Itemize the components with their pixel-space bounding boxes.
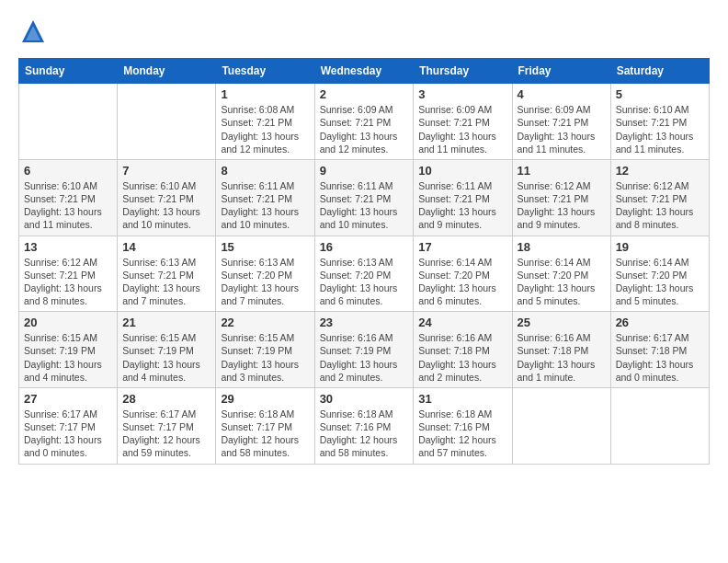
- calendar-week-row: 20Sunrise: 6:15 AM Sunset: 7:19 PM Dayli…: [19, 312, 710, 388]
- day-number: 4: [518, 87, 606, 101]
- day-number: 30: [320, 392, 409, 406]
- calendar-cell: 1Sunrise: 6:08 AM Sunset: 7:21 PM Daylig…: [216, 84, 314, 160]
- calendar-cell: 30Sunrise: 6:18 AM Sunset: 7:16 PM Dayli…: [314, 387, 414, 464]
- calendar: SundayMondayTuesdayWednesdayThursdayFrid…: [18, 58, 710, 464]
- calendar-cell: 3Sunrise: 6:09 AM Sunset: 7:21 PM Daylig…: [414, 84, 512, 160]
- calendar-cell: 6Sunrise: 6:10 AM Sunset: 7:21 PM Daylig…: [19, 159, 118, 236]
- calendar-cell: 7Sunrise: 6:10 AM Sunset: 7:21 PM Daylig…: [118, 159, 216, 236]
- calendar-header-sunday: Sunday: [19, 59, 118, 84]
- day-number: 8: [221, 164, 309, 178]
- calendar-header-friday: Friday: [512, 59, 610, 84]
- calendar-week-row: 1Sunrise: 6:08 AM Sunset: 7:21 PM Daylig…: [19, 84, 710, 160]
- day-number: 21: [122, 316, 210, 329]
- day-info: Sunrise: 6:12 AM Sunset: 7:21 PM Dayligh…: [616, 179, 704, 232]
- calendar-week-row: 6Sunrise: 6:10 AM Sunset: 7:21 PM Daylig…: [19, 159, 710, 236]
- calendar-cell: 26Sunrise: 6:17 AM Sunset: 7:18 PM Dayli…: [610, 312, 709, 388]
- day-number: 6: [24, 164, 112, 178]
- day-info: Sunrise: 6:15 AM Sunset: 7:19 PM Dayligh…: [24, 331, 112, 384]
- day-number: 11: [518, 164, 606, 178]
- day-number: 25: [518, 316, 606, 329]
- day-info: Sunrise: 6:17 AM Sunset: 7:17 PM Dayligh…: [24, 408, 112, 460]
- calendar-cell: [19, 84, 118, 160]
- calendar-cell: 9Sunrise: 6:11 AM Sunset: 7:21 PM Daylig…: [314, 159, 414, 236]
- day-number: 10: [418, 164, 506, 178]
- day-number: 27: [24, 392, 112, 406]
- day-info: Sunrise: 6:09 AM Sunset: 7:21 PM Dayligh…: [320, 103, 409, 155]
- calendar-cell: 4Sunrise: 6:09 AM Sunset: 7:21 PM Daylig…: [512, 84, 610, 160]
- day-info: Sunrise: 6:18 AM Sunset: 7:16 PM Dayligh…: [320, 408, 409, 460]
- day-number: 24: [418, 316, 506, 329]
- calendar-cell: 25Sunrise: 6:16 AM Sunset: 7:18 PM Dayli…: [512, 312, 610, 388]
- day-info: Sunrise: 6:18 AM Sunset: 7:17 PM Dayligh…: [221, 408, 309, 460]
- calendar-cell: [512, 387, 610, 464]
- calendar-header-tuesday: Tuesday: [216, 59, 314, 84]
- calendar-week-row: 13Sunrise: 6:12 AM Sunset: 7:21 PM Dayli…: [19, 236, 710, 312]
- calendar-cell: 17Sunrise: 6:14 AM Sunset: 7:20 PM Dayli…: [414, 236, 512, 312]
- day-info: Sunrise: 6:12 AM Sunset: 7:21 PM Dayligh…: [518, 179, 606, 232]
- calendar-cell: 29Sunrise: 6:18 AM Sunset: 7:17 PM Dayli…: [216, 387, 314, 464]
- day-number: 13: [24, 240, 112, 254]
- day-info: Sunrise: 6:13 AM Sunset: 7:21 PM Dayligh…: [122, 256, 210, 308]
- day-number: 22: [221, 316, 309, 329]
- day-number: 31: [418, 392, 506, 406]
- calendar-cell: 16Sunrise: 6:13 AM Sunset: 7:20 PM Dayli…: [314, 236, 414, 312]
- day-info: Sunrise: 6:13 AM Sunset: 7:20 PM Dayligh…: [221, 256, 309, 308]
- day-info: Sunrise: 6:09 AM Sunset: 7:21 PM Dayligh…: [518, 103, 606, 155]
- day-info: Sunrise: 6:17 AM Sunset: 7:18 PM Dayligh…: [616, 331, 704, 384]
- logo-icon: [20, 18, 46, 44]
- day-info: Sunrise: 6:14 AM Sunset: 7:20 PM Dayligh…: [616, 256, 704, 308]
- day-info: Sunrise: 6:15 AM Sunset: 7:19 PM Dayligh…: [221, 331, 309, 384]
- day-number: 26: [616, 316, 704, 329]
- calendar-cell: 13Sunrise: 6:12 AM Sunset: 7:21 PM Dayli…: [19, 236, 118, 312]
- day-number: 12: [616, 164, 704, 178]
- calendar-cell: 14Sunrise: 6:13 AM Sunset: 7:21 PM Dayli…: [118, 236, 216, 312]
- day-info: Sunrise: 6:11 AM Sunset: 7:21 PM Dayligh…: [418, 179, 506, 232]
- day-info: Sunrise: 6:18 AM Sunset: 7:16 PM Dayligh…: [418, 408, 506, 460]
- day-info: Sunrise: 6:16 AM Sunset: 7:18 PM Dayligh…: [518, 331, 606, 384]
- calendar-cell: 11Sunrise: 6:12 AM Sunset: 7:21 PM Dayli…: [512, 159, 610, 236]
- calendar-cell: 22Sunrise: 6:15 AM Sunset: 7:19 PM Dayli…: [216, 312, 314, 388]
- day-number: 14: [122, 240, 210, 254]
- day-info: Sunrise: 6:09 AM Sunset: 7:21 PM Dayligh…: [418, 103, 506, 155]
- day-number: 23: [320, 316, 409, 329]
- calendar-cell: 8Sunrise: 6:11 AM Sunset: 7:21 PM Daylig…: [216, 159, 314, 236]
- day-number: 29: [221, 392, 309, 406]
- calendar-header-saturday: Saturday: [610, 59, 709, 84]
- day-number: 19: [616, 240, 704, 254]
- day-info: Sunrise: 6:17 AM Sunset: 7:17 PM Dayligh…: [122, 408, 210, 460]
- calendar-cell: 27Sunrise: 6:17 AM Sunset: 7:17 PM Dayli…: [19, 387, 118, 464]
- day-number: 9: [320, 164, 409, 178]
- calendar-cell: 15Sunrise: 6:13 AM Sunset: 7:20 PM Dayli…: [216, 236, 314, 312]
- day-number: 17: [418, 240, 506, 254]
- calendar-cell: 18Sunrise: 6:14 AM Sunset: 7:20 PM Dayli…: [512, 236, 610, 312]
- day-number: 20: [24, 316, 112, 329]
- calendar-cell: 10Sunrise: 6:11 AM Sunset: 7:21 PM Dayli…: [414, 159, 512, 236]
- day-info: Sunrise: 6:12 AM Sunset: 7:21 PM Dayligh…: [24, 256, 112, 308]
- calendar-cell: [118, 84, 216, 160]
- day-number: 18: [518, 240, 606, 254]
- logo: [18, 18, 46, 49]
- calendar-cell: 28Sunrise: 6:17 AM Sunset: 7:17 PM Dayli…: [118, 387, 216, 464]
- day-number: 28: [122, 392, 210, 406]
- day-number: 7: [122, 164, 210, 178]
- calendar-header-monday: Monday: [118, 59, 216, 84]
- calendar-week-row: 27Sunrise: 6:17 AM Sunset: 7:17 PM Dayli…: [19, 387, 710, 464]
- calendar-cell: 2Sunrise: 6:09 AM Sunset: 7:21 PM Daylig…: [314, 84, 414, 160]
- day-number: 15: [221, 240, 309, 254]
- day-info: Sunrise: 6:10 AM Sunset: 7:21 PM Dayligh…: [122, 179, 210, 232]
- calendar-cell: 23Sunrise: 6:16 AM Sunset: 7:19 PM Dayli…: [314, 312, 414, 388]
- day-number: 1: [221, 87, 309, 101]
- logo-text: [18, 18, 46, 49]
- day-info: Sunrise: 6:11 AM Sunset: 7:21 PM Dayligh…: [320, 179, 409, 232]
- day-number: 16: [320, 240, 409, 254]
- day-info: Sunrise: 6:14 AM Sunset: 7:20 PM Dayligh…: [418, 256, 506, 308]
- calendar-cell: 20Sunrise: 6:15 AM Sunset: 7:19 PM Dayli…: [19, 312, 118, 388]
- calendar-cell: 21Sunrise: 6:15 AM Sunset: 7:19 PM Dayli…: [118, 312, 216, 388]
- day-info: Sunrise: 6:16 AM Sunset: 7:19 PM Dayligh…: [320, 331, 409, 384]
- day-number: 5: [616, 87, 704, 101]
- calendar-header-thursday: Thursday: [414, 59, 512, 84]
- calendar-cell: 19Sunrise: 6:14 AM Sunset: 7:20 PM Dayli…: [610, 236, 709, 312]
- day-number: 3: [418, 87, 506, 101]
- calendar-header-wednesday: Wednesday: [314, 59, 414, 84]
- day-info: Sunrise: 6:10 AM Sunset: 7:21 PM Dayligh…: [24, 179, 112, 232]
